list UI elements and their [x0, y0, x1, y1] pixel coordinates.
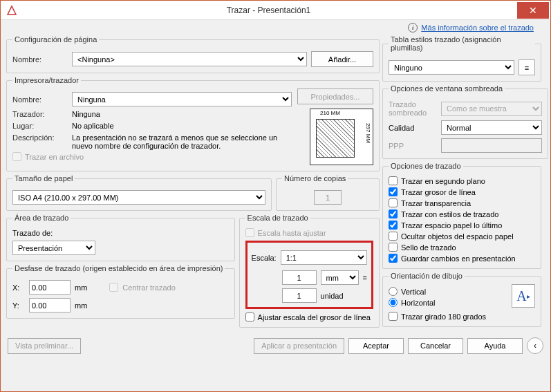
x-unit: mm	[75, 283, 87, 292]
plotter-label: Trazador:	[12, 110, 68, 118]
scale-select[interactable]: 1:1	[281, 250, 367, 265]
fit-label: Escala hasta ajustar	[258, 229, 326, 237]
cancel-button[interactable]: Cancelar	[408, 338, 463, 354]
plotter-value: Ninguna	[72, 110, 100, 118]
printer-legend: Impresora/trazador	[12, 76, 81, 84]
scale-highlight-box: Escala: 1:1 mm = unidad	[245, 241, 373, 309]
ok-button[interactable]: Aceptar	[348, 338, 404, 354]
orientation-legend: Orientación de dibujo	[389, 272, 465, 280]
plot-styles-group: Tabla estilos trazado (asignación plumil…	[382, 35, 541, 82]
lineweight-scale-checkbox[interactable]	[245, 312, 254, 321]
offset-legend: Desfase de trazado (origen establecido e…	[12, 264, 225, 272]
to-file-label: Trazar en archivo	[25, 153, 84, 161]
more-info-link[interactable]: Más información sobre el trazado	[421, 24, 534, 32]
close-button[interactable]: ✕	[517, 2, 549, 19]
add-button[interactable]: Añadir...	[311, 51, 373, 67]
window-title: Trazar - Presentación1	[20, 6, 517, 15]
copies-input	[314, 190, 342, 205]
lw-checkbox[interactable]	[389, 187, 398, 196]
scale-denominator-input[interactable]	[282, 288, 317, 303]
shade-plot-select: Como se muestra	[441, 102, 542, 116]
scale-group: Escala de trazado Escala hasta ajustar E…	[239, 214, 380, 328]
st-checkbox[interactable]	[389, 209, 398, 218]
page-config-group: Configuración de página Nombre: <Ninguna…	[6, 35, 380, 73]
scale-numerator-input[interactable]	[282, 270, 317, 285]
equals-label: =	[363, 274, 367, 282]
copies-legend: Número de copias	[282, 174, 348, 183]
desc-value: La presentación no se trazará a menos qu…	[72, 133, 292, 150]
collapse-button[interactable]: ‹	[527, 337, 543, 354]
preview-button: Vista preliminar...	[8, 338, 81, 354]
hide-checkbox[interactable]	[389, 232, 398, 241]
page-name-select[interactable]: <Ninguna>	[72, 52, 307, 66]
place-label: Lugar:	[12, 122, 68, 130]
plot-area-label: Trazado de:	[12, 229, 229, 237]
title-bar: Trazar - Presentación1 ✕	[1, 1, 550, 20]
printer-name-select[interactable]: Ninguna	[72, 92, 292, 106]
plot-options-legend: Opciones de trazado	[389, 162, 463, 170]
center-label: Centrar trazado	[122, 283, 175, 292]
plot-area-legend: Área de trazado	[12, 214, 71, 222]
scale-unit-select[interactable]: mm	[321, 270, 359, 285]
scale-den-unit: unidad	[321, 292, 344, 300]
orientation-icon: A▸	[512, 284, 535, 308]
quality-label: Calidad	[389, 124, 437, 132]
y-unit: mm	[75, 301, 87, 310]
y-label: Y:	[12, 301, 25, 310]
ppp-input	[441, 138, 542, 153]
scale-legend: Escala de trazado	[245, 214, 310, 222]
vertical-radio[interactable]	[389, 287, 398, 296]
orientation-group: Orientación de dibujo Vertical Horizonta…	[382, 272, 541, 327]
plot-area-select[interactable]: Presentación	[12, 241, 95, 255]
to-file-checkbox	[12, 152, 21, 161]
plot-options-group: Opciones de trazado Trazar en segundo pl…	[382, 162, 541, 269]
paper-size-group: Tamaño de papel ISO A4 (210.00 x 297.00 …	[6, 174, 272, 211]
x-input[interactable]	[29, 280, 71, 295]
plot-styles-edit-button[interactable]: ≡	[519, 59, 535, 75]
page-name-label: Nombre:	[12, 55, 68, 64]
upside-checkbox[interactable]	[389, 312, 398, 321]
page-config-legend: Configuración de página	[12, 35, 99, 44]
help-button[interactable]: Ayuda	[467, 338, 523, 354]
offset-group: Desfase de trazado (origen establecido e…	[6, 264, 235, 319]
shade-plot-label: Trazado sombreado	[389, 100, 437, 117]
paper-size-legend: Tamaño de papel	[12, 174, 75, 183]
stamp-checkbox[interactable]	[389, 243, 398, 252]
quality-select[interactable]: Normal	[441, 120, 542, 135]
fit-checkbox	[245, 228, 254, 237]
save-checkbox[interactable]	[389, 254, 398, 263]
app-icon	[3, 2, 20, 19]
shaded-viewport-group: Opciones de ventana sombreada Trazado so…	[382, 84, 548, 159]
shaded-legend: Opciones de ventana sombreada	[389, 84, 505, 93]
info-icon: i	[408, 23, 418, 32]
bg-checkbox[interactable]	[389, 176, 398, 185]
scale-label: Escala:	[252, 254, 277, 262]
tr-checkbox[interactable]	[389, 198, 398, 207]
plot-styles-select[interactable]: Ninguno	[389, 60, 514, 75]
printer-group: Impresora/trazador Nombre: Ninguna Traza…	[6, 76, 380, 171]
lineweight-scale-label: Ajustar escala del grosor de línea	[258, 313, 371, 321]
place-value: No aplicable	[72, 122, 114, 130]
dialog-footer: Vista preliminar... Aplicar a presentaci…	[1, 335, 550, 357]
plot-area-group: Área de trazado Trazado de: Presentación	[6, 214, 235, 261]
ps-checkbox[interactable]	[389, 221, 398, 230]
y-input[interactable]	[29, 298, 71, 312]
apply-button: Aplicar a presentación	[254, 338, 344, 354]
x-label: X:	[12, 283, 25, 292]
center-checkbox	[109, 283, 118, 292]
plot-styles-legend: Tabla estilos trazado (asignación plumil…	[389, 35, 535, 52]
ppp-label: PPP	[389, 142, 437, 150]
paper-preview: 210 MM 297 MM	[310, 109, 373, 165]
plot-dialog: Trazar - Presentación1 ✕ i Más informaci…	[0, 0, 551, 392]
paper-size-select[interactable]: ISO A4 (210.00 x 297.00 MM)	[12, 190, 265, 205]
properties-button: Propiedades...	[297, 88, 373, 104]
desc-label: Descripción:	[12, 133, 68, 142]
copies-group: Número de copias	[276, 174, 380, 211]
horizontal-radio[interactable]	[389, 298, 398, 307]
printer-name-label: Nombre:	[12, 95, 68, 104]
